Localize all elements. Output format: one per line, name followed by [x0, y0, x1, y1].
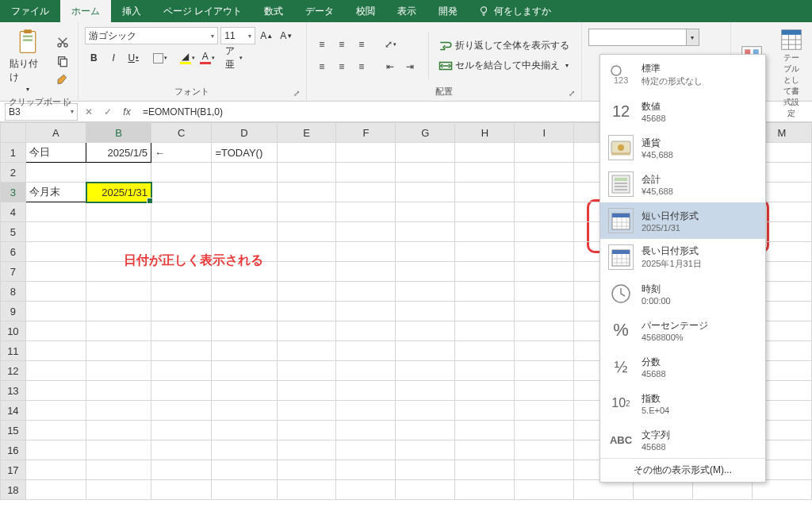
row-header-5[interactable]: 5	[1, 222, 26, 242]
cell-E12[interactable]	[277, 361, 336, 381]
row-header-6[interactable]: 6	[1, 242, 26, 262]
cell-C4[interactable]	[151, 202, 212, 222]
cell-D4[interactable]	[212, 202, 277, 222]
cell-B10[interactable]	[86, 321, 151, 341]
tab-developer[interactable]: 開発	[427, 0, 469, 22]
cell-E7[interactable]	[277, 262, 336, 282]
cell-B14[interactable]	[86, 401, 151, 421]
row-header-16[interactable]: 16	[1, 440, 26, 460]
tab-insert[interactable]: 挿入	[111, 0, 152, 22]
cell-C5[interactable]	[151, 222, 212, 242]
copy-button[interactable]	[54, 52, 71, 70]
cell-C15[interactable]	[151, 421, 212, 440]
align-middle-button[interactable]: ≡	[333, 36, 350, 53]
cell-E5[interactable]	[277, 222, 336, 242]
cell-F5[interactable]	[336, 222, 396, 242]
cell-I14[interactable]	[515, 401, 574, 421]
select-all-corner[interactable]	[1, 123, 26, 143]
cell-I9[interactable]	[515, 302, 574, 321]
cell-E14[interactable]	[277, 401, 336, 421]
wrap-text-button[interactable]: 折り返して全体を表示する	[439, 39, 569, 52]
cell-H7[interactable]	[455, 262, 515, 282]
nf-fraction[interactable]: ½ 分数45688	[600, 348, 765, 385]
cell-A15[interactable]	[25, 421, 86, 440]
cell-G6[interactable]	[396, 242, 455, 262]
align-left-button[interactable]: ≡	[313, 58, 331, 75]
col-header-F[interactable]: F	[336, 123, 396, 143]
row-header-1[interactable]: 1	[1, 143, 26, 163]
cell-H6[interactable]	[455, 242, 515, 262]
cell-F6[interactable]	[336, 242, 396, 262]
cell-F18[interactable]	[336, 480, 396, 500]
row-header-14[interactable]: 14	[1, 401, 26, 421]
cell-G13[interactable]	[396, 381, 455, 401]
cell-F7[interactable]	[336, 262, 396, 282]
cell-E2[interactable]	[277, 163, 336, 183]
cell-A18[interactable]	[25, 480, 86, 500]
cell-G11[interactable]	[396, 341, 455, 361]
cell-C3[interactable]	[151, 183, 212, 202]
cell-B5[interactable]	[86, 222, 151, 242]
cell-B15[interactable]	[86, 421, 151, 440]
cell-G18[interactable]	[396, 480, 455, 500]
cell-G1[interactable]	[396, 143, 455, 163]
cell-I2[interactable]	[515, 163, 574, 183]
cell-L18[interactable]	[692, 480, 752, 500]
merge-center-button[interactable]: セルを結合して中央揃え▾	[439, 59, 569, 72]
cell-A5[interactable]	[25, 222, 86, 242]
tab-view[interactable]: 表示	[386, 0, 427, 22]
cell-I16[interactable]	[515, 440, 574, 460]
cell-I13[interactable]	[515, 381, 574, 401]
cell-D9[interactable]	[212, 302, 277, 321]
align-top-button[interactable]: ≡	[313, 36, 331, 53]
tab-home[interactable]: ホーム	[60, 0, 111, 22]
cell-A10[interactable]	[25, 321, 86, 341]
italic-button[interactable]: I	[105, 49, 122, 67]
dialog-launcher-icon[interactable]: ⤢	[569, 89, 575, 98]
row-header-12[interactable]: 12	[1, 361, 26, 381]
cell-F3[interactable]	[336, 183, 396, 202]
cell-I8[interactable]	[515, 282, 574, 302]
cell-K18[interactable]	[633, 480, 692, 500]
cell-F15[interactable]	[336, 421, 396, 440]
cell-A9[interactable]	[25, 302, 86, 321]
cell-G16[interactable]	[396, 440, 455, 460]
cell-I4[interactable]	[515, 202, 574, 222]
cell-E6[interactable]	[277, 242, 336, 262]
cell-A16[interactable]	[25, 440, 86, 460]
cell-E15[interactable]	[277, 421, 336, 440]
row-header-15[interactable]: 15	[1, 421, 26, 440]
align-right-button[interactable]: ≡	[353, 58, 370, 75]
nf-number[interactable]: 12 数値45688	[600, 93, 765, 129]
nf-percent[interactable]: % パーセンテージ4568800%	[600, 312, 765, 348]
cell-H18[interactable]	[455, 480, 515, 500]
cell-G10[interactable]	[396, 321, 455, 341]
nf-text[interactable]: ABC 文字列45688	[600, 421, 765, 458]
cell-B16[interactable]	[86, 440, 151, 460]
tab-page-layout[interactable]: ページ レイアウト	[152, 0, 253, 22]
cell-B9[interactable]	[86, 302, 151, 321]
cell-G14[interactable]	[396, 401, 455, 421]
nf-short-date[interactable]: 短い日付形式2025/1/31	[600, 202, 765, 239]
cell-G15[interactable]	[396, 421, 455, 440]
cell-I18[interactable]	[515, 480, 574, 500]
nf-long-date[interactable]: 長い日付形式2025年1月31日	[600, 239, 765, 275]
col-header-C[interactable]: C	[151, 123, 212, 143]
nf-more-formats[interactable]: その他の表示形式(M)...	[600, 458, 765, 482]
cell-B2[interactable]	[86, 163, 151, 183]
cell-F4[interactable]	[336, 202, 396, 222]
cell-D17[interactable]	[212, 460, 277, 480]
col-header-I[interactable]: I	[515, 123, 574, 143]
cell-H11[interactable]	[455, 341, 515, 361]
cell-G8[interactable]	[396, 282, 455, 302]
cell-I12[interactable]	[515, 361, 574, 381]
cell-A12[interactable]	[25, 361, 86, 381]
orientation-button[interactable]: ⤢▾	[381, 36, 400, 53]
cell-C1[interactable]: ←	[151, 143, 212, 163]
cell-F16[interactable]	[336, 440, 396, 460]
cell-G17[interactable]	[396, 460, 455, 480]
cell-J18[interactable]	[574, 480, 634, 500]
cell-H3[interactable]	[455, 183, 515, 202]
cell-A8[interactable]	[25, 282, 86, 302]
row-header-2[interactable]: 2	[1, 163, 26, 183]
